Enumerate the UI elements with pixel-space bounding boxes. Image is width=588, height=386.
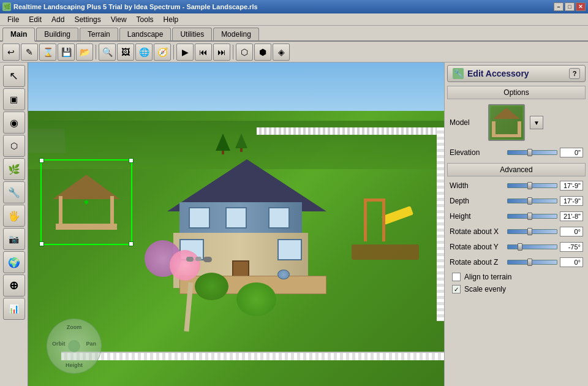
rotate-x-slider[interactable]	[507, 229, 557, 234]
sidebar-plant-btn[interactable]: 🌿	[3, 158, 25, 180]
selection-handle-tl	[39, 158, 44, 163]
scale-evenly-row: ✓ Scale evenly	[447, 283, 586, 295]
tab-main[interactable]: Main	[2, 28, 35, 42]
panel-header-left: 🔧 Edit Accessory	[453, 68, 529, 79]
sidebar-circle-btn[interactable]: ◉	[3, 112, 25, 134]
menu-help[interactable]: Help	[159, 14, 184, 25]
width-slider[interactable]	[507, 183, 557, 188]
toolbar-magnify-btn[interactable]: 🔍	[99, 44, 116, 61]
sidebar-camera-btn[interactable]: 📷	[3, 228, 25, 250]
model-label: Model	[450, 118, 483, 127]
frame-post-1	[364, 199, 367, 241]
toolbar-shape2-btn[interactable]: ⬢	[254, 44, 271, 61]
window-2	[225, 207, 247, 229]
elevation-label: Elevation	[450, 148, 505, 157]
elevation-slider[interactable]	[507, 150, 557, 155]
toolbar-edit-btn[interactable]: ✎	[21, 44, 38, 61]
menu-file[interactable]: File	[2, 14, 24, 25]
gazebo-floor	[56, 224, 117, 230]
height-value[interactable]: 21'-8"	[560, 211, 583, 221]
height-slider-thumb[interactable]	[527, 213, 532, 220]
elevation-value[interactable]: 0"	[560, 148, 583, 157]
slide	[382, 206, 413, 225]
width-row: Width 17'-9"	[447, 179, 586, 192]
toolbar-undo-btn[interactable]: ↩	[2, 44, 20, 61]
scale-evenly-checkbox[interactable]: ✓	[452, 285, 461, 293]
frame-top	[364, 199, 385, 202]
scale-evenly-label[interactable]: Scale evenly	[464, 285, 506, 293]
tab-terrain[interactable]: Terrain	[80, 28, 118, 40]
pan-label: Pan	[86, 341, 96, 347]
rotate-z-slider-thumb[interactable]	[527, 259, 532, 266]
depth-value[interactable]: 17'-9"	[560, 196, 583, 206]
rotate-z-value[interactable]: 0°	[560, 257, 583, 267]
width-slider-thumb[interactable]	[527, 182, 532, 189]
rotate-z-slider[interactable]	[507, 260, 557, 265]
rock-2	[195, 257, 202, 261]
help-button[interactable]: ?	[569, 68, 580, 79]
model-dropdown-button[interactable]: ▼	[530, 116, 543, 129]
width-value[interactable]: 17'-9"	[560, 181, 583, 191]
toolbar-nav-btn[interactable]: 🧭	[154, 44, 171, 61]
align-terrain-checkbox[interactable]	[452, 273, 461, 281]
rotate-y-slider[interactable]	[507, 244, 557, 249]
tab-landscape[interactable]: Landscape	[119, 28, 172, 40]
menu-add[interactable]: Add	[47, 14, 69, 25]
rotate-y-slider-thumb[interactable]	[518, 243, 522, 251]
nav-controls[interactable]: Zoom Orbit Pan Height	[37, 319, 111, 380]
rotate-x-slider-thumb[interactable]	[527, 228, 532, 235]
bush-2	[236, 282, 276, 316]
tab-utilities[interactable]: Utilities	[172, 28, 212, 40]
sidebar-chart-btn[interactable]: 📊	[3, 298, 25, 320]
align-terrain-label[interactable]: Align to terrain	[464, 273, 511, 281]
minimize-button[interactable]: –	[554, 2, 564, 11]
tab-building[interactable]: Building	[36, 28, 78, 40]
rotate-x-value[interactable]: 0°	[560, 227, 583, 237]
close-button[interactable]: ✕	[576, 2, 586, 11]
maximize-button[interactable]: □	[565, 2, 575, 11]
menu-tools[interactable]: Tools	[132, 14, 159, 25]
rotate-y-value[interactable]: -75°	[560, 242, 583, 252]
menu-settings[interactable]: Settings	[69, 14, 105, 25]
sidebar-add-btn[interactable]: ⊕	[3, 274, 25, 297]
rotate-y-label: Rotate about Y	[450, 243, 505, 251]
toolbar-save-btn[interactable]: 💾	[58, 44, 75, 61]
menu-edit[interactable]: Edit	[24, 14, 47, 25]
depth-slider-thumb[interactable]	[527, 197, 532, 205]
tab-modeling[interactable]: Modeling	[213, 28, 259, 40]
sidebar-select-btn[interactable]: ↖	[3, 65, 25, 87]
sidebar-hex-btn[interactable]: ⬡	[3, 135, 25, 157]
nav-center[interactable]	[68, 340, 80, 352]
rocks-group	[186, 257, 212, 262]
toolbar: ↩ ✎ ⌛ 💾 📂 🔍 🖼 🌐 🧭 ▶ ⏮ ⏭ ⬡ ⬢ ◈	[0, 42, 588, 62]
options-header: Options	[447, 86, 586, 99]
leftsidebar: ↖ ▣ ◉ ⬡ 🌿 🔧 🖐 📷 🌍 ⊕ 📊	[0, 62, 28, 386]
viewport[interactable]: Zoom Orbit Pan Height	[28, 62, 444, 386]
tree-icon-2	[235, 134, 247, 148]
toolbar-prev-btn[interactable]: ⏮	[195, 44, 212, 61]
elevation-row: Elevation 0"	[447, 146, 586, 159]
rock-3	[203, 257, 212, 262]
toolbar-time-btn[interactable]: ⌛	[39, 44, 56, 61]
sidebar-world-btn[interactable]: 🌍	[3, 251, 25, 273]
toolbar-next-btn[interactable]: ⏭	[213, 44, 230, 61]
sidebar-tool-btn[interactable]: 🔧	[3, 181, 25, 203]
sidebar-area-btn[interactable]: ▣	[3, 88, 25, 110]
toolbar-play-btn[interactable]: ▶	[176, 44, 194, 61]
toolbar-image-btn[interactable]: 🖼	[117, 44, 134, 61]
height-slider[interactable]	[507, 214, 557, 219]
tree-icon-1	[216, 134, 230, 151]
toolbar-globe-btn[interactable]: 🌐	[135, 44, 153, 61]
menu-view[interactable]: View	[106, 14, 132, 25]
depth-slider[interactable]	[507, 199, 557, 203]
depth-row: Depth 17'-9"	[447, 194, 586, 208]
sidebar-hand-btn[interactable]: 🖐	[3, 205, 25, 227]
toolbar-shape1-btn[interactable]: ⬡	[236, 44, 253, 61]
elevation-slider-thumb[interactable]	[527, 149, 532, 156]
titlebar-controls[interactable]: – □ ✕	[554, 2, 586, 11]
width-label: Width	[450, 181, 505, 190]
toolbar-folder-btn[interactable]: 📂	[76, 44, 93, 61]
nav-circle[interactable]: Zoom Orbit Pan Height	[47, 319, 102, 374]
model-preview[interactable]	[488, 104, 525, 141]
toolbar-shape3-btn[interactable]: ◈	[273, 44, 290, 61]
